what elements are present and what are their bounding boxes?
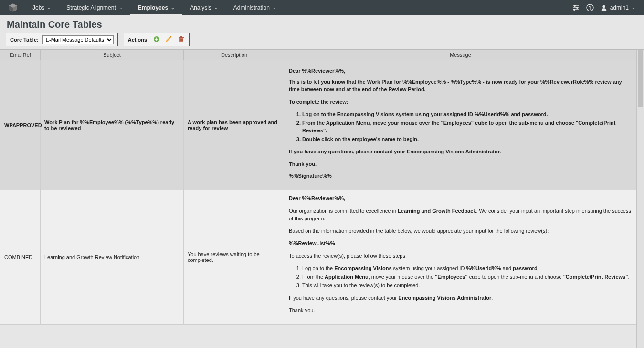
cell-message: Dear %%Reviewer%%, Our organization is c… bbox=[285, 190, 636, 324]
col-header-message[interactable]: Message bbox=[285, 50, 636, 60]
core-table-select[interactable]: E-Mail Message Defaults bbox=[42, 35, 114, 44]
top-navbar: Jobs⌄ Strategic Alignment⌄ Employees⌄ An… bbox=[0, 0, 644, 15]
edit-pencil-icon[interactable] bbox=[165, 35, 173, 44]
list-item: From the Application Menu, move your mou… bbox=[302, 273, 632, 281]
chevron-down-icon: ⌄ bbox=[632, 5, 635, 10]
add-icon[interactable] bbox=[153, 35, 160, 44]
nav-right: ? admin1 ⌄ bbox=[572, 4, 644, 11]
core-table-label: Core Table: bbox=[10, 37, 39, 43]
svg-point-6 bbox=[574, 5, 575, 7]
svg-point-7 bbox=[576, 7, 578, 9]
svg-point-11 bbox=[602, 5, 605, 8]
username-label: admin1 bbox=[610, 4, 629, 11]
cell-subject: Work Plan for %%Employee%% (%%Type%%) re… bbox=[41, 60, 184, 190]
grid-header-row: EmailRef Subject Description Message bbox=[0, 50, 636, 60]
chevron-down-icon: ⌄ bbox=[273, 5, 276, 10]
table-row[interactable]: COMBINED Learning and Growth Review Noti… bbox=[0, 190, 636, 324]
page-title: Maintain Core Tables bbox=[0, 15, 644, 33]
col-header-description[interactable]: Description bbox=[184, 50, 285, 60]
msg-based: Based on the information provided in the… bbox=[289, 228, 632, 235]
toolbar: Core Table: E-Mail Message Defaults Acti… bbox=[0, 33, 644, 49]
grid-wrapper: EmailRef Subject Description Message WPA… bbox=[0, 49, 644, 348]
scrollbar-thumb[interactable] bbox=[638, 50, 643, 107]
msg-steps: Log on to the Encompassing Visions syste… bbox=[302, 265, 632, 290]
msg-thanks: Thank you. bbox=[289, 161, 632, 168]
delete-trash-icon[interactable] bbox=[178, 35, 185, 44]
cell-subject: Learning and Growth Review Notification bbox=[41, 190, 184, 324]
msg-greeting: Dear %%Reviewer%%, bbox=[289, 68, 632, 74]
chevron-down-icon: ⌄ bbox=[47, 5, 51, 10]
svg-rect-17 bbox=[180, 36, 182, 37]
msg-closing: If you have any questions, please contac… bbox=[289, 148, 632, 156]
nav-jobs[interactable]: Jobs⌄ bbox=[25, 0, 59, 15]
msg-intro: This is to let you know that the Work Pl… bbox=[289, 78, 632, 94]
core-table-grid: EmailRef Subject Description Message WPA… bbox=[0, 50, 636, 325]
msg-reviewlist: %%ReviewList%% bbox=[289, 240, 335, 246]
settings-sliders-icon[interactable] bbox=[572, 4, 580, 11]
msg-steps-title: To access the review(s), please follow t… bbox=[289, 252, 632, 260]
cell-description: You have reviews waiting to be completed… bbox=[184, 190, 285, 324]
list-item: Log on to the Encompassing Visions syste… bbox=[302, 111, 632, 119]
nav-strategic-alignment[interactable]: Strategic Alignment⌄ bbox=[59, 0, 130, 15]
svg-point-8 bbox=[573, 9, 575, 11]
nav-items: Jobs⌄ Strategic Alignment⌄ Employees⌄ An… bbox=[25, 0, 284, 15]
col-header-subject[interactable]: Subject bbox=[41, 50, 184, 60]
help-icon[interactable]: ? bbox=[586, 4, 594, 11]
table-row[interactable]: WPAPPROVED Work Plan for %%Employee%% (%… bbox=[0, 60, 636, 190]
nav-employees[interactable]: Employees⌄ bbox=[130, 0, 182, 15]
msg-steps-title: To complete the review: bbox=[289, 98, 632, 106]
user-menu[interactable]: admin1 ⌄ bbox=[601, 4, 635, 11]
list-item: Double click on the employee's name to b… bbox=[302, 136, 632, 143]
nav-analysis[interactable]: Analysis⌄ bbox=[182, 0, 226, 15]
chevron-down-icon: ⌄ bbox=[171, 5, 175, 10]
cell-emailref: COMBINED bbox=[0, 190, 41, 324]
msg-intro: Our organization is committed to excelle… bbox=[289, 207, 632, 223]
vertical-scrollbar[interactable] bbox=[636, 50, 644, 348]
msg-steps: Log on to the Encompassing Visions syste… bbox=[302, 111, 632, 143]
cell-description: A work plan has been approved and ready … bbox=[184, 60, 285, 190]
core-table-selector-box: Core Table: E-Mail Message Defaults bbox=[6, 33, 118, 46]
msg-thanks: Thank you. bbox=[289, 307, 632, 315]
list-item: This will take you to the review(s) to b… bbox=[302, 282, 632, 290]
actions-box: Actions: bbox=[124, 33, 190, 46]
cell-message: Dear %%Reviewer%%, This is to let you kn… bbox=[285, 60, 636, 190]
col-header-emailref[interactable]: EmailRef bbox=[0, 50, 41, 60]
actions-label: Actions: bbox=[128, 37, 149, 43]
cell-emailref: WPAPPROVED bbox=[0, 60, 41, 190]
chevron-down-icon: ⌄ bbox=[214, 5, 218, 10]
list-item: From the Application Menu, move your mou… bbox=[302, 120, 632, 135]
app-logo-icon bbox=[7, 1, 19, 14]
user-icon bbox=[601, 4, 607, 11]
msg-greeting: Dear %%Reviewer%%, bbox=[289, 196, 345, 201]
svg-text:?: ? bbox=[589, 5, 591, 11]
list-item: Log on to the Encompassing Visions syste… bbox=[302, 265, 632, 272]
msg-signature: %%Signature%% bbox=[289, 173, 632, 180]
msg-closing: If you have any questions, please contac… bbox=[289, 294, 632, 302]
chevron-down-icon: ⌄ bbox=[119, 5, 123, 10]
page-body: Maintain Core Tables Core Table: E-Mail … bbox=[0, 15, 644, 348]
nav-administration[interactable]: Administration⌄ bbox=[226, 0, 284, 15]
